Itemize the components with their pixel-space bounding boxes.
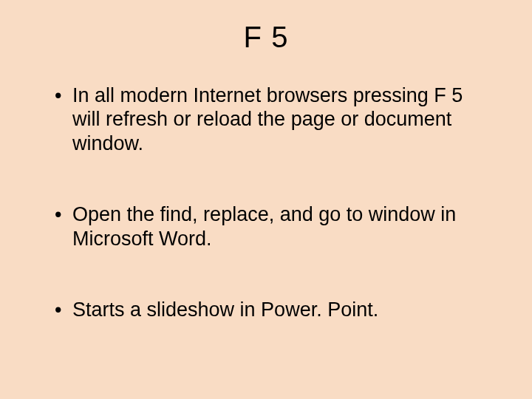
list-item: Open the find, replace, and go to window… — [52, 202, 480, 250]
slide-title: F 5 — [52, 21, 480, 54]
list-item: Starts a slideshow in Power. Point. — [52, 298, 480, 321]
list-item: In all modern Internet browsers pressing… — [52, 83, 480, 155]
slide: F 5 In all modern Internet browsers pres… — [0, 0, 532, 399]
bullet-list: In all modern Internet browsers pressing… — [52, 83, 480, 321]
